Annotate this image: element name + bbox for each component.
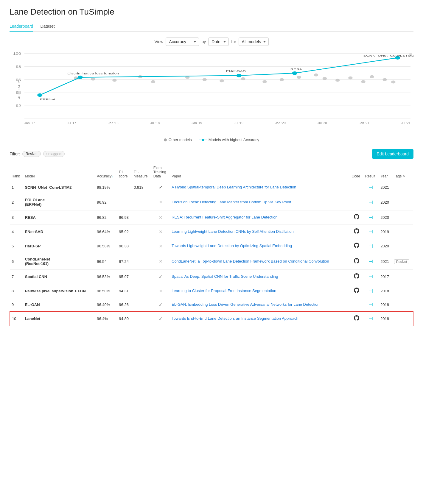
f1-score: 95.92 (117, 225, 132, 239)
result[interactable]: ⊣ (363, 239, 379, 253)
result-icon[interactable]: ⊣ (369, 316, 373, 321)
table-row: 7 Spatial CNN 96.53% 95.97 ✓ Spatial As … (10, 270, 413, 284)
result-icon[interactable]: ⊣ (369, 302, 373, 307)
github-icon[interactable] (354, 316, 359, 322)
result[interactable]: ⊣ (363, 225, 379, 239)
filter-tag-resnet[interactable]: ResNet (22, 151, 41, 157)
cross-icon: ✕ (159, 199, 163, 205)
x-axis-labels: Jan '17 Jul '17 Jan '18 Jul '18 Jan '19 … (24, 121, 410, 125)
github-icon[interactable] (354, 215, 359, 221)
accuracy: 98.19% (95, 181, 117, 194)
result-icon[interactable]: ⊣ (369, 244, 373, 249)
legend-other: Other models (164, 138, 192, 142)
code[interactable] (350, 239, 363, 253)
result-icon[interactable]: ⊣ (369, 185, 373, 190)
legend-other-dot (164, 138, 167, 141)
edit-leaderboard-button[interactable]: Edit Leaderboard (372, 149, 413, 159)
col-model: Model (23, 163, 95, 181)
accuracy: 96.4% (95, 311, 117, 326)
result[interactable]: ⊣ (363, 298, 379, 312)
year: 2020 (379, 239, 392, 253)
model-name: RESA (23, 210, 95, 225)
by-label: by (201, 39, 206, 44)
table-row: 3 RESA 96.82 96.93 ✕ RESA: Recurrent Fea… (10, 210, 413, 225)
view-select[interactable]: Accuracy F1 score F1-Measure (166, 38, 199, 46)
paper: EL-GAN: Embedding Loss Driven Generative… (170, 298, 350, 312)
for-select[interactable]: All models ResNet untagged (239, 38, 269, 46)
svg-text:100: 100 (13, 52, 21, 55)
svg-point-21 (280, 78, 284, 81)
table-row: 8 Pairwise pixel supervision + FCN 96.50… (10, 284, 413, 298)
f1-measure (132, 194, 152, 210)
tab-leaderboard[interactable]: Leaderboard (10, 21, 33, 32)
github-icon[interactable] (354, 274, 359, 280)
year: 2019 (379, 225, 392, 239)
result[interactable]: ⊣ (363, 210, 379, 225)
result[interactable]: ⊣ (363, 311, 379, 326)
paper: Towards End-to-End Lane Detection: an In… (170, 311, 350, 326)
cross-icon: ✕ (159, 244, 163, 249)
year: 2020 (379, 194, 392, 210)
col-tags: Tags ✎ (392, 163, 413, 181)
result[interactable]: ⊣ (363, 284, 379, 298)
extra-training: ✓ (152, 270, 170, 284)
result[interactable]: ⊣ (363, 270, 379, 284)
result-icon[interactable]: ⊣ (369, 288, 373, 294)
year: 2018 (379, 298, 392, 312)
f1-score: 94.80 (117, 311, 132, 326)
svg-point-20 (262, 80, 267, 83)
f1-measure (132, 298, 152, 312)
rank: 5 (10, 239, 23, 253)
svg-point-22 (297, 76, 301, 79)
accuracy: 96.64% (95, 225, 117, 239)
tab-bar: Leaderboard Dataset (10, 21, 413, 32)
code[interactable] (350, 210, 363, 225)
rank: 6 (10, 253, 23, 270)
code[interactable] (350, 194, 363, 210)
col-result: Result (363, 163, 379, 181)
github-icon[interactable] (354, 288, 359, 294)
tab-dataset[interactable]: Dataset (40, 21, 55, 32)
code[interactable] (350, 253, 363, 270)
result-icon[interactable]: ⊣ (369, 229, 373, 234)
github-icon[interactable] (354, 243, 359, 249)
filter-tag-untagged[interactable]: untagged (43, 151, 65, 157)
check-icon: ✓ (159, 185, 163, 190)
cross-icon: ✕ (159, 229, 163, 234)
result[interactable]: ⊣ (363, 181, 379, 194)
paper: A Hybrid Spatial-temporal Deep Learning … (170, 181, 350, 194)
svg-point-19 (241, 77, 245, 80)
code[interactable] (350, 181, 363, 194)
by-select[interactable]: Date Rank (208, 38, 229, 46)
result[interactable]: ⊣ (363, 194, 379, 210)
code[interactable] (350, 225, 363, 239)
year: 2018 (379, 284, 392, 298)
result-icon[interactable]: ⊣ (369, 215, 373, 220)
code[interactable] (350, 311, 363, 326)
result-icon[interactable]: ⊣ (369, 200, 373, 205)
result[interactable]: ⊣ (363, 253, 379, 270)
extra-training: ✕ (152, 284, 170, 298)
year: 2021 (379, 181, 392, 194)
extra-training: ✕ (152, 210, 170, 225)
paper: RESA: Recurrent Feature-Shift Aggregator… (170, 210, 350, 225)
accuracy: 96.50% (95, 284, 117, 298)
code[interactable] (350, 284, 363, 298)
col-year: Year (379, 163, 392, 181)
f1-score: 94.31 (117, 284, 132, 298)
table-row: 6 CondLaneNet(ResNet-101) 96.54 97.24 ✕ … (10, 253, 413, 270)
tags (392, 270, 413, 284)
result-icon[interactable]: ⊣ (369, 259, 373, 264)
model-name: EL-GAN (23, 298, 95, 312)
svg-point-18 (220, 79, 224, 82)
tags (392, 239, 413, 253)
code[interactable] (350, 298, 363, 312)
tag-chip[interactable]: ResNet (394, 259, 409, 264)
code[interactable] (350, 270, 363, 284)
svg-text:ENet-SAD: ENet-SAD (226, 69, 246, 73)
result-icon[interactable]: ⊣ (369, 274, 373, 279)
f1-measure (132, 225, 152, 239)
github-icon[interactable] (354, 259, 359, 265)
svg-text:92: 92 (16, 104, 21, 108)
github-icon[interactable] (354, 229, 359, 235)
